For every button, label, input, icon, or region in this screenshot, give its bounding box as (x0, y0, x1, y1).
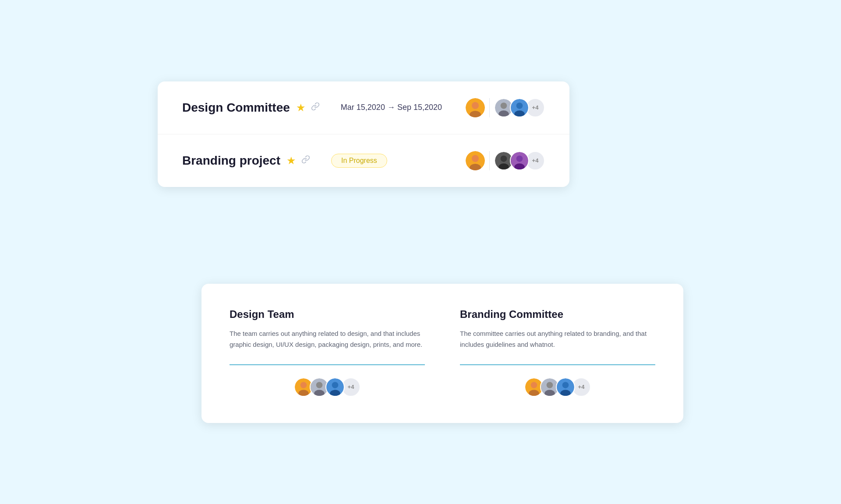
project-title-design-committee: Design Committee (182, 101, 290, 115)
team-desc-design: The team carries out anything related to… (230, 328, 425, 350)
svg-point-35 (560, 390, 571, 397)
avatars-design-committee: +4 (466, 98, 545, 117)
svg-point-29 (529, 390, 539, 397)
scene: Design Committee ★ Mar 15,2020 → Sep 15,… (158, 81, 683, 423)
project-title-branding: Branding project (182, 154, 280, 168)
svg-point-17 (514, 163, 525, 170)
svg-point-26 (330, 390, 340, 397)
status-badge-branding: In Progress (331, 154, 387, 168)
project-row-branding: Branding project ★ In Progress (158, 134, 569, 187)
avatar-3-design-bottom (325, 377, 345, 397)
svg-point-13 (501, 155, 507, 162)
team-divider-branding (460, 364, 655, 365)
link-icon-branding[interactable] (301, 155, 310, 166)
svg-point-16 (516, 155, 523, 162)
avatar-group-branding-bottom: +4 (524, 377, 591, 397)
project-row-design-committee: Design Committee ★ Mar 15,2020 → Sep 15,… (158, 81, 569, 134)
svg-point-1 (472, 102, 479, 109)
avatar-divider-design-committee (489, 98, 490, 117)
avatar-3-branding-bottom (556, 377, 575, 397)
svg-point-10 (472, 155, 479, 162)
avatar-primary-branding (466, 151, 485, 170)
avatar-divider-branding (489, 151, 490, 170)
svg-point-28 (531, 382, 537, 388)
avatars-branding: +4 (466, 151, 545, 170)
svg-point-22 (316, 382, 323, 388)
team-avatars-design: +4 (230, 377, 425, 397)
star-icon-design-committee[interactable]: ★ (296, 102, 306, 114)
team-avatars-branding: +4 (460, 377, 655, 397)
team-section-design: Design Team The team carries out anythin… (230, 308, 425, 397)
svg-point-14 (498, 163, 509, 170)
svg-point-8 (514, 110, 525, 117)
link-icon-design-committee[interactable] (311, 102, 320, 113)
svg-point-23 (314, 390, 325, 397)
svg-point-31 (547, 382, 553, 388)
avatar-primary-design-committee (466, 98, 485, 117)
team-divider-design (230, 364, 425, 365)
svg-point-19 (300, 382, 307, 388)
svg-point-34 (562, 382, 569, 388)
avatar-group-design-bottom: +4 (294, 377, 360, 397)
bottom-card: Design Team The team carries out anythin… (201, 284, 683, 423)
team-title-branding: Branding Committee (460, 308, 655, 321)
team-title-design: Design Team (230, 308, 425, 321)
team-section-branding: Branding Committee The committee carries… (460, 308, 655, 397)
svg-point-20 (298, 390, 309, 397)
star-icon-branding[interactable]: ★ (286, 155, 296, 167)
avatar-2-branding (510, 151, 529, 170)
avatar-group-branding: +4 (494, 151, 545, 170)
avatar-2-design-committee (510, 98, 529, 117)
svg-point-7 (516, 102, 523, 109)
top-card: Design Committee ★ Mar 15,2020 → Sep 15,… (158, 81, 569, 187)
team-desc-branding: The committee carries out anything relat… (460, 328, 655, 350)
avatar-group-design-committee: +4 (494, 98, 545, 117)
svg-point-5 (498, 110, 509, 117)
date-range-design-committee: Mar 15,2020 → Sep 15,2020 (341, 103, 442, 112)
svg-point-25 (332, 382, 339, 388)
svg-point-4 (501, 102, 507, 109)
svg-point-32 (544, 390, 555, 397)
